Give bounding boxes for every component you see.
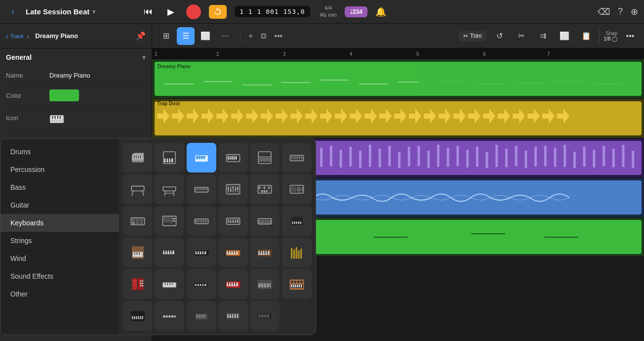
icon-orange-synth[interactable] [218,238,248,267]
icon-electric-keyboard-selected[interactable] [187,143,216,172]
category-wind[interactable]: Wind [0,250,119,267]
back-button[interactable]: ‹ [6,5,20,19]
icon-keyboard-simple[interactable] [187,206,216,236]
copy-button[interactable]: ⬜ [556,27,573,45]
track-header: ‹ Track ♪ Dreamy Piano 📌 [0,24,152,48]
svg-rect-104 [269,190,270,193]
category-percussion[interactable]: Percussion [0,161,119,178]
region-dreamy-piano-2[interactable] [419,62,642,96]
category-guitar[interactable]: Guitar [0,196,119,214]
category-keyboards[interactable]: Keyboards [0,214,119,232]
pin-button[interactable]: 📌 [136,31,146,41]
icon-synth-keyboard[interactable] [282,143,312,172]
icon-stage-piano[interactable] [218,143,248,172]
list-view-button[interactable]: ☰ [177,27,195,45]
icon-vintage-synth[interactable] [282,269,312,299]
icon-pipe-organ[interactable] [282,238,312,267]
icon-sleek-keyboard[interactable] [187,238,216,267]
icon-workstation[interactable] [155,206,184,236]
svg-rect-316 [262,315,264,318]
settings-icon[interactable]: ⊕ [631,6,638,17]
svg-rect-170 [137,253,138,255]
icon-pad-controller[interactable] [123,206,153,236]
window-view-button[interactable]: ⬜ [197,27,214,45]
icon-keyboard-alt[interactable] [218,206,248,236]
icon-grand-piano-photo[interactable] [282,206,312,236]
bounce-button[interactable]: ⇉ [534,27,552,45]
play-button[interactable]: ▶ [163,4,178,19]
icon-preview[interactable] [49,112,64,124]
region-label-dreamy: Dreamy Piano [158,64,191,69]
transport-controls: ⏮ ▶ 1 1 1 001 153,0 4/4 Ab min ♩234 🔔 [141,4,386,19]
icon-wave-controller[interactable] [282,174,312,204]
svg-rect-40 [232,156,233,160]
grid-view-button[interactable]: ⊞ [157,27,175,45]
icon-mini-keyboard[interactable] [155,269,184,299]
icon-flat-keyboard[interactable] [187,269,216,299]
category-bass[interactable]: Bass [0,178,119,196]
svg-rect-271 [293,285,294,288]
more-options-button[interactable]: ••• [272,30,284,43]
paste-button[interactable]: 📋 [577,27,595,45]
icon-placeholder-1[interactable] [187,301,216,331]
timeline-track-1: Dreamy Piano [152,59,644,99]
icon-upright-piano-photo[interactable] [123,238,153,267]
svg-rect-171 [139,253,140,255]
icon-red-synth[interactable] [218,269,248,299]
loop-button[interactable]: ↺ [490,27,508,45]
category-drums[interactable]: Drums [0,143,119,161]
category-strings[interactable]: Strings [0,232,119,250]
overflow-button[interactable]: ••• [621,27,639,45]
metronome-icon[interactable]: 🔔 [375,6,386,17]
icon-keyboard-stand[interactable] [123,174,153,204]
icon-accordion[interactable] [123,269,153,299]
icon-thin-keyboard[interactable] [155,301,184,331]
icon-placeholder-3[interactable] [250,301,280,331]
record-button[interactable] [186,4,201,19]
svg-point-226 [140,285,141,287]
icon-gray-controller[interactable] [250,269,280,299]
key-display[interactable]: ♩234 [345,6,367,17]
svg-rect-311 [231,314,232,316]
library-icon[interactable]: ⌫ [598,6,610,17]
category-sound-effects[interactable]: Sound Effects [0,267,119,285]
trim-tool[interactable]: ✂ Trim [458,31,487,42]
mix-view-button[interactable]: ⋯ [216,27,234,45]
svg-rect-259 [259,283,261,287]
category-other[interactable]: Other [0,285,119,303]
icon-upright-piano[interactable] [155,143,184,172]
icon-stage-piano-photo[interactable] [155,238,184,267]
name-field-value[interactable]: Dreamy Piano [49,72,90,79]
track-back-button[interactable]: ‹ Track ♪ [6,32,29,40]
svg-rect-272 [295,285,296,288]
cycle-button[interactable] [209,5,227,19]
icon-fader-controller[interactable] [218,174,248,204]
split-button[interactable]: ✂ [512,27,530,45]
svg-rect-270 [291,285,292,288]
general-chevron[interactable]: ▾ [142,53,146,61]
icon-modern-synth[interactable] [123,301,153,331]
icon-midi-controller[interactable] [187,174,216,204]
trap-door-pattern [155,101,642,135]
help-icon[interactable]: ? [618,6,623,17]
icon-grand-piano[interactable] [123,143,153,172]
svg-rect-162 [299,222,299,223]
project-chevron[interactable]: ▾ [92,8,95,15]
add-track-button[interactable]: + [246,30,255,43]
icon-keyboard-stand2[interactable] [155,174,184,204]
icon-organ[interactable] [250,143,280,172]
svg-rect-50 [261,158,262,162]
icon-vintage-keyboard[interactable] [250,238,280,267]
icon-step-sequencer[interactable] [250,174,280,204]
icon-controller-2[interactable] [250,206,280,236]
svg-rect-359 [427,151,430,168]
svg-rect-260 [261,283,263,287]
icon-placeholder-2[interactable] [218,301,248,331]
svg-rect-308 [234,314,236,318]
divider-1 [240,29,241,43]
color-swatch[interactable] [49,89,79,101]
rewind-button[interactable]: ⏮ [141,4,156,19]
svg-rect-275 [301,285,302,288]
duplicate-button[interactable]: ⧉ [259,30,268,43]
region-trap-door[interactable] [155,101,642,135]
